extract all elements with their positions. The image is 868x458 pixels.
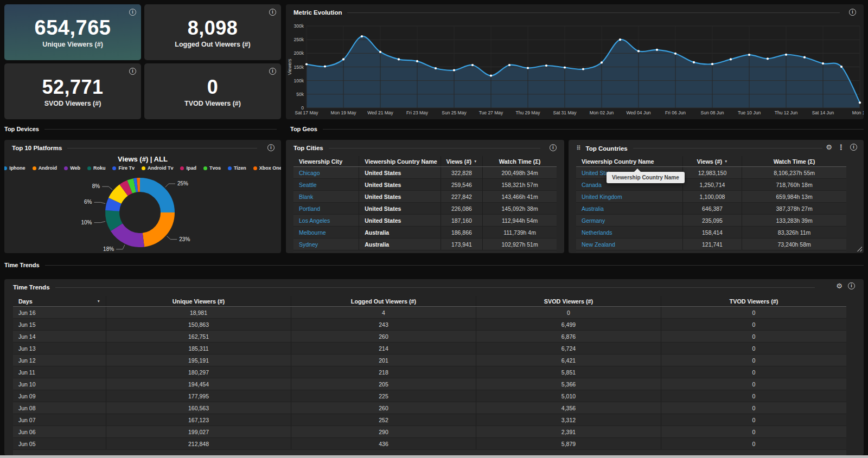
column-header[interactable]: TVOD Viewers (#) — [661, 296, 846, 306]
table-cell: 5,879 — [476, 438, 661, 449]
table-cell: 214 — [291, 343, 476, 354]
column-header[interactable]: Watch Time (Σ) — [483, 156, 557, 166]
legend-item[interactable]: Web — [64, 165, 80, 171]
table-row: Jun 11180,2972185,8510 — [13, 366, 846, 378]
legend-item[interactable]: Tvos — [203, 165, 221, 171]
column-header[interactable]: Unique Viewers (#) — [106, 296, 291, 306]
card-title: Top Cities — [293, 145, 540, 151]
metric-evolution-chart[interactable]: 300k250k200k150k100k50k0Sat 17 MayMon 19… — [286, 4, 864, 119]
donut-legend: IphoneAndroidWebRokuFire TvAndroid TvIpa… — [4, 165, 281, 171]
column-header[interactable]: Viewership Country Name — [359, 156, 441, 166]
svg-text:8%: 8% — [92, 183, 100, 189]
table-cell: 225 — [291, 390, 476, 402]
table-cell: 112,944h 54m — [483, 215, 557, 226]
row-link[interactable]: Los Angeles — [293, 215, 359, 226]
table-cell: 387,378h 27m — [742, 203, 846, 214]
gear-icon[interactable]: ⚙ — [826, 144, 832, 151]
svg-text:Wed 21 May: Wed 21 May — [367, 110, 393, 115]
legend-item[interactable]: Ipad — [180, 165, 196, 171]
table-cell: United States — [359, 179, 441, 190]
legend-item[interactable]: Xbox One — [253, 165, 281, 171]
legend-dot-icon — [253, 166, 257, 170]
svg-text:Sun 25 May: Sun 25 May — [442, 110, 467, 115]
column-header[interactable]: Watch Time (Σ) — [742, 156, 846, 166]
table-row: ChicagoUnited States322,828200,498h 34m — [293, 167, 557, 179]
info-icon[interactable]: i — [267, 144, 275, 151]
table-cell: 659,984h 13m — [742, 191, 846, 202]
table-cell: 4 — [291, 307, 476, 318]
kebab-menu-icon[interactable]: ⋮ — [838, 144, 845, 151]
svg-text:50k: 50k — [296, 92, 304, 97]
table-row: Jun 14162,7512606,8760 — [13, 331, 846, 343]
row-link[interactable]: Chicago — [293, 167, 359, 178]
legend-item[interactable]: Tizen — [228, 165, 246, 171]
drag-handle-icon[interactable]: ⠿ — [576, 145, 580, 152]
table-row: Jun 09177,9952255,0100 — [13, 390, 846, 402]
row-link[interactable]: New Zealand — [576, 238, 683, 250]
table-row: New Zealand121,74173,240h 58m — [576, 238, 846, 250]
info-icon[interactable]: i — [550, 144, 557, 151]
kpi-card-svod-viewers[interactable]: i 52,771 SVOD Viewers (#) — [4, 63, 141, 119]
row-link[interactable]: Sydney — [293, 238, 359, 250]
column-header[interactable]: SVOD Viewers (#) — [476, 296, 661, 306]
card-title: ⠿ Top Countries — [576, 145, 822, 152]
info-icon[interactable]: i — [850, 144, 857, 151]
table-cell: 160,563 — [106, 402, 291, 414]
row-link[interactable]: Seattle — [293, 179, 359, 190]
legend-dot-icon — [142, 166, 145, 170]
table-cell: Jun 12 — [13, 354, 106, 366]
svg-text:18%: 18% — [103, 246, 114, 252]
column-header[interactable]: Viewership City — [293, 156, 359, 166]
table-cell: 5,366 — [476, 378, 661, 390]
row-link[interactable]: Australia — [576, 203, 683, 214]
table-cell: 290 — [291, 426, 476, 437]
column-header[interactable]: Logged Out Viewers (#) — [291, 296, 476, 306]
time-trends-table: Days▼Unique Viewers (#)Logged Out Viewer… — [13, 296, 846, 455]
column-header[interactable]: Views (#)▼ — [441, 156, 483, 166]
table-cell: 177,995 — [106, 390, 291, 402]
kpi-card-logged-out-viewers[interactable]: i 8,098 Logged Out Viewers (#) — [144, 4, 281, 60]
row-link[interactable]: Germany — [576, 215, 683, 226]
row-link[interactable]: Netherlands — [576, 227, 683, 238]
table-row-partial — [576, 250, 846, 253]
kpi-value: 8,098 — [188, 17, 238, 40]
table-row: SeattleUnited States259,546158,321h 57m — [293, 179, 557, 191]
kpi-card-unique-viewers[interactable]: i 654,765 Unique Viewers (#) — [4, 4, 141, 60]
kpi-label: Logged Out Viewers (#) — [175, 41, 250, 48]
column-header[interactable]: Viewership Country Name — [576, 156, 683, 166]
table-cell: 83,326h 11m — [742, 227, 846, 238]
table-cell: 260 — [291, 331, 476, 342]
table-cell: 260 — [291, 402, 476, 414]
table-cell: 145,092h 38m — [483, 203, 557, 214]
horizontal-scrollbar[interactable] — [0, 455, 868, 458]
table-cell: 167,123 — [106, 414, 291, 425]
table-cell: Jun 08 — [13, 402, 106, 414]
kpi-card-tvod-viewers[interactable]: i 0 TVOD Viewers (#) — [144, 63, 281, 119]
metric-evolution-card: Metric Evolution i 300k250k200k150k100k5… — [286, 4, 864, 119]
row-link[interactable]: Blank — [293, 191, 359, 202]
legend-item[interactable]: Android Tv — [142, 165, 174, 171]
row-link[interactable]: Portland — [293, 203, 359, 214]
legend-item[interactable]: Iphone — [4, 165, 25, 171]
table-cell: Jun 07 — [13, 414, 106, 425]
legend-dot-icon — [112, 166, 116, 170]
legend-item[interactable]: Roku — [87, 165, 106, 171]
column-header[interactable]: Views (#)▼ — [683, 156, 743, 166]
table-row-partial — [13, 450, 846, 455]
table-cell: 73,240h 58m — [742, 238, 846, 250]
kpi-label: TVOD Viewers (#) — [184, 100, 241, 107]
platforms-donut-chart[interactable]: 25%23%18%10%6%8% — [4, 171, 281, 253]
column-header[interactable]: Days▼ — [13, 296, 106, 306]
table-cell: 1,250,714 — [683, 179, 743, 190]
kpi-value: 0 — [207, 76, 219, 99]
row-link[interactable]: United Kingdom — [576, 191, 683, 202]
legend-item[interactable]: Android — [33, 165, 58, 171]
table-cell: 2,391 — [476, 426, 661, 437]
resize-grip[interactable] — [856, 246, 862, 251]
gear-icon[interactable]: ⚙ — [836, 282, 843, 289]
table-cell: 195,191 — [106, 354, 291, 366]
row-link[interactable]: Melbourne — [293, 227, 359, 238]
legend-item[interactable]: Fire Tv — [112, 165, 135, 171]
table-cell: 194,454 — [106, 378, 291, 390]
info-icon[interactable]: i — [848, 282, 855, 289]
